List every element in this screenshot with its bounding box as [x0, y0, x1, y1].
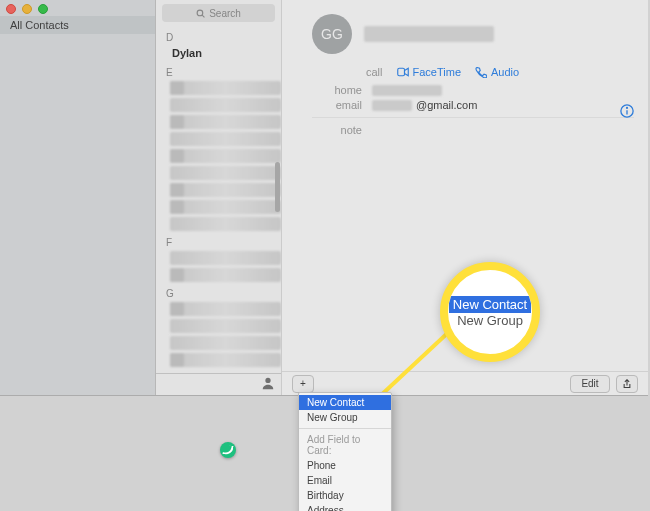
- avatar[interactable]: GG: [312, 14, 352, 54]
- contact-row-redacted[interactable]: [170, 268, 281, 282]
- search-field[interactable]: Search: [162, 4, 275, 22]
- email-domain: @gmail.com: [416, 99, 477, 111]
- phone-icon: [475, 66, 487, 78]
- contact-row-redacted[interactable]: [170, 132, 281, 146]
- menu-item-birthday[interactable]: Birthday: [299, 488, 391, 503]
- contact-row-redacted[interactable]: [170, 81, 281, 95]
- menu-separator: [299, 428, 391, 429]
- info-icon[interactable]: [620, 104, 634, 118]
- section-header-g: G: [166, 288, 281, 299]
- list-footer: [156, 373, 281, 395]
- groups-sidebar: All Contacts: [0, 0, 156, 395]
- contact-row-redacted[interactable]: [170, 200, 281, 214]
- divider: [312, 117, 634, 118]
- contact-row-redacted[interactable]: [170, 353, 281, 367]
- contact-row-redacted[interactable]: [170, 302, 281, 316]
- minimize-window-button[interactable]: [22, 4, 32, 14]
- audio-label: Audio: [491, 66, 519, 78]
- callout-line2: New Group: [457, 313, 523, 328]
- email-field-label: email: [312, 99, 362, 111]
- callout-highlight: New Contact New Group: [440, 262, 540, 362]
- home-field-label: home: [312, 84, 362, 96]
- grammarly-icon[interactable]: [220, 442, 236, 458]
- svg-line-1: [202, 15, 204, 17]
- search-placeholder: Search: [209, 8, 241, 19]
- home-value-redacted: [372, 85, 442, 96]
- menu-item-phone[interactable]: Phone: [299, 458, 391, 473]
- section-header-f: F: [166, 237, 281, 248]
- facetime-label: FaceTime: [413, 66, 462, 78]
- contact-row-redacted[interactable]: [170, 336, 281, 350]
- add-context-menu: New Contact New Group Add Field to Card:…: [298, 392, 392, 511]
- section-header-e: E: [166, 67, 281, 78]
- facetime-button[interactable]: FaceTime: [397, 66, 462, 78]
- menu-header-add-field: Add Field to Card:: [299, 432, 391, 458]
- contact-row-redacted[interactable]: [170, 166, 281, 180]
- close-window-button[interactable]: [6, 4, 16, 14]
- contact-row-redacted[interactable]: [170, 319, 281, 333]
- contact-row-redacted[interactable]: [170, 115, 281, 129]
- zoom-window-button[interactable]: [38, 4, 48, 14]
- svg-point-2: [265, 377, 270, 382]
- menu-item-email[interactable]: Email: [299, 473, 391, 488]
- email-local-redacted: [372, 100, 412, 111]
- contacts-list-column: Search D Dylan E F G: [156, 0, 282, 395]
- contact-row-redacted[interactable]: [170, 98, 281, 112]
- call-label: call: [366, 66, 383, 78]
- audio-button[interactable]: Audio: [475, 66, 519, 78]
- scrollbar-thumb[interactable]: [275, 162, 280, 212]
- callout-line1: New Contact: [449, 296, 531, 313]
- email-value[interactable]: @gmail.com: [372, 99, 477, 111]
- menu-item-address[interactable]: Address: [299, 503, 391, 511]
- card-template-icon[interactable]: [261, 376, 275, 394]
- share-button[interactable]: [616, 375, 638, 393]
- search-icon: [196, 9, 205, 18]
- contacts-window: All Contacts Search D Dylan E F G: [0, 0, 648, 396]
- contact-row-redacted[interactable]: [170, 183, 281, 197]
- edit-button[interactable]: Edit: [570, 375, 610, 393]
- contact-row-dylan[interactable]: Dylan: [164, 45, 281, 61]
- section-header-d: D: [166, 32, 281, 43]
- add-button[interactable]: +: [292, 375, 314, 393]
- note-field-label: note: [312, 124, 362, 136]
- contact-row-redacted[interactable]: [170, 217, 281, 231]
- svg-point-6: [627, 108, 628, 109]
- menu-item-new-contact[interactable]: New Contact: [299, 395, 391, 410]
- contact-name-redacted: [364, 26, 494, 42]
- sidebar-item-all-contacts[interactable]: All Contacts: [0, 16, 155, 34]
- contact-row-redacted[interactable]: [170, 149, 281, 163]
- svg-rect-3: [397, 68, 404, 76]
- share-icon: [622, 379, 632, 389]
- video-icon: [397, 66, 409, 78]
- menu-item-new-group[interactable]: New Group: [299, 410, 391, 425]
- svg-point-0: [197, 10, 203, 16]
- window-controls: [6, 4, 48, 14]
- contact-row-redacted[interactable]: [170, 251, 281, 265]
- contacts-list[interactable]: D Dylan E F G: [156, 22, 281, 373]
